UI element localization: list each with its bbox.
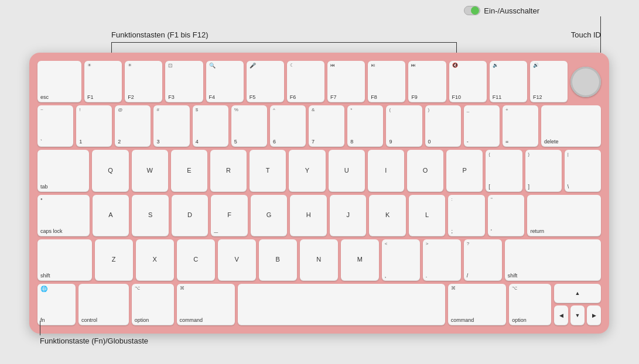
- keyboard: esc ☀ F1 ☀ F2 ⊡ F3 🔍 F4 🎤 F5: [29, 53, 609, 334]
- key-touchid[interactable]: [570, 67, 601, 97]
- key-w[interactable]: W: [132, 150, 168, 191]
- row-fn: esc ☀ F1 ☀ F2 ⊡ F3 🔍 F4 🎤 F5: [37, 61, 601, 102]
- key-s[interactable]: S: [132, 195, 169, 236]
- power-toggle-dot: [471, 6, 479, 15]
- power-toggle[interactable]: [464, 6, 480, 15]
- row-zxcv: shift Z X C V B N M < , > . ? / shift: [37, 239, 601, 281]
- key-lbracket[interactable]: { [: [486, 150, 522, 191]
- fn-label-line: [40, 321, 40, 335]
- key-f11[interactable]: 🔉 F11: [490, 61, 527, 102]
- key-return[interactable]: return: [527, 195, 601, 236]
- key-b[interactable]: B: [259, 239, 297, 281]
- key-f10[interactable]: 🔇 F10: [449, 61, 487, 102]
- key-1[interactable]: ! 1: [76, 105, 112, 147]
- key-arrow-right[interactable]: ▶: [587, 305, 601, 325]
- key-semicolon[interactable]: : ;: [448, 195, 485, 236]
- key-shift-left[interactable]: shift: [37, 239, 92, 281]
- key-r[interactable]: R: [210, 150, 247, 191]
- key-option-left[interactable]: ⌥ option: [132, 284, 174, 325]
- key-fn[interactable]: 🌐 fn: [37, 284, 76, 325]
- key-slash[interactable]: ? /: [464, 239, 502, 281]
- key-capslock[interactable]: ● caps lock: [37, 195, 90, 236]
- row-numbers: ~ ` ! 1 @ 2 # 3 $ 4 % 5: [37, 105, 601, 147]
- key-f8[interactable]: ⏯ F8: [368, 61, 405, 102]
- key-f2[interactable]: ☀ F2: [125, 61, 162, 102]
- key-f9[interactable]: ⏭ F9: [408, 61, 446, 102]
- funk-line-v: [111, 42, 112, 53]
- key-minus[interactable]: _ -: [464, 105, 500, 147]
- key-arrow-left[interactable]: ◀: [554, 305, 568, 325]
- key-f4[interactable]: 🔍 F4: [206, 61, 244, 102]
- key-t[interactable]: T: [250, 150, 286, 191]
- funk-line-v2: [456, 42, 457, 53]
- key-period[interactable]: > .: [423, 239, 461, 281]
- key-9[interactable]: ( 9: [386, 105, 422, 147]
- key-f1[interactable]: ☀ F1: [84, 61, 122, 102]
- key-v[interactable]: V: [218, 239, 256, 281]
- arrow-left-icon: ◀: [559, 313, 563, 319]
- key-p[interactable]: P: [446, 150, 483, 191]
- key-e[interactable]: E: [171, 150, 207, 191]
- key-g[interactable]: G: [251, 195, 288, 236]
- arrow-right-icon: ▶: [592, 313, 596, 319]
- key-f3[interactable]: ⊡ F3: [165, 61, 203, 102]
- key-a[interactable]: A: [93, 195, 129, 236]
- key-c[interactable]: C: [177, 239, 215, 281]
- key-space[interactable]: [238, 284, 445, 325]
- key-backslash[interactable]: | \: [565, 150, 601, 191]
- function-keys-label: Funktionstasten (F1 bis F12): [111, 30, 208, 39]
- key-d[interactable]: D: [172, 195, 209, 236]
- key-i[interactable]: I: [368, 150, 404, 191]
- key-l[interactable]: L: [409, 195, 446, 236]
- touch-id-line: [600, 42, 601, 53]
- key-f6[interactable]: ☾ F6: [287, 61, 324, 102]
- key-5[interactable]: % 5: [231, 105, 267, 147]
- key-f5[interactable]: 🎤 F5: [247, 61, 284, 102]
- key-7[interactable]: & 7: [309, 105, 344, 147]
- key-6[interactable]: ^ 6: [270, 105, 306, 147]
- key-arrow-down[interactable]: ▼: [570, 305, 585, 325]
- fn-label-container: Funktionstaste (Fn)/Globustaste: [40, 321, 148, 345]
- key-x[interactable]: X: [136, 239, 174, 281]
- key-equals[interactable]: + =: [503, 105, 538, 147]
- key-rbracket[interactable]: } ]: [525, 150, 562, 191]
- key-8[interactable]: * 8: [347, 105, 383, 147]
- key-0[interactable]: ) 0: [425, 105, 461, 147]
- key-tab[interactable]: tab: [37, 150, 89, 191]
- key-z[interactable]: Z: [95, 239, 133, 281]
- key-delete[interactable]: delete: [541, 105, 601, 147]
- key-k[interactable]: K: [369, 195, 406, 236]
- key-esc[interactable]: esc: [37, 61, 81, 102]
- power-switch-label: Ein-/Ausschalter: [464, 6, 539, 15]
- esc-label: esc: [40, 95, 49, 100]
- key-q[interactable]: Q: [92, 150, 128, 191]
- key-m[interactable]: M: [341, 239, 379, 281]
- key-4[interactable]: $ 4: [193, 105, 228, 147]
- key-arrow-up[interactable]: ▲: [554, 284, 601, 304]
- key-control[interactable]: control: [78, 284, 129, 325]
- key-f12[interactable]: 🔊 F12: [530, 61, 568, 102]
- row-bottom: 🌐 fn control ⌥ option ⌘ command ⌘ comman…: [37, 284, 601, 325]
- key-3[interactable]: # 3: [153, 105, 189, 147]
- key-f7[interactable]: ⏮ F7: [327, 61, 365, 102]
- key-f[interactable]: — F: [211, 195, 248, 236]
- power-switch-text: Ein-/Ausschalter: [484, 6, 539, 15]
- key-backtick[interactable]: ~ `: [37, 105, 73, 147]
- fn-globe-label: Funktionstaste (Fn)/Globustaste: [40, 336, 148, 345]
- key-j[interactable]: J: [330, 195, 367, 236]
- key-quote[interactable]: " ': [488, 195, 525, 236]
- key-h[interactable]: H: [290, 195, 327, 236]
- key-comma[interactable]: < ,: [382, 239, 420, 281]
- key-u[interactable]: U: [329, 150, 365, 191]
- key-command-left[interactable]: ⌘ command: [177, 284, 235, 325]
- key-n[interactable]: N: [300, 239, 338, 281]
- key-y[interactable]: Y: [289, 150, 325, 191]
- key-o[interactable]: O: [407, 150, 443, 191]
- key-shift-right[interactable]: shift: [505, 239, 601, 281]
- key-command-right[interactable]: ⌘ command: [448, 284, 506, 325]
- arrow-down-icon: ▼: [575, 313, 580, 319]
- key-2[interactable]: @ 2: [115, 105, 151, 147]
- touch-id-label: Touch ID: [571, 30, 601, 39]
- key-option-right[interactable]: ⌥ option: [509, 284, 551, 325]
- page-container: Ein-/Ausschalter Funktionstasten (F1 bis…: [0, 0, 639, 364]
